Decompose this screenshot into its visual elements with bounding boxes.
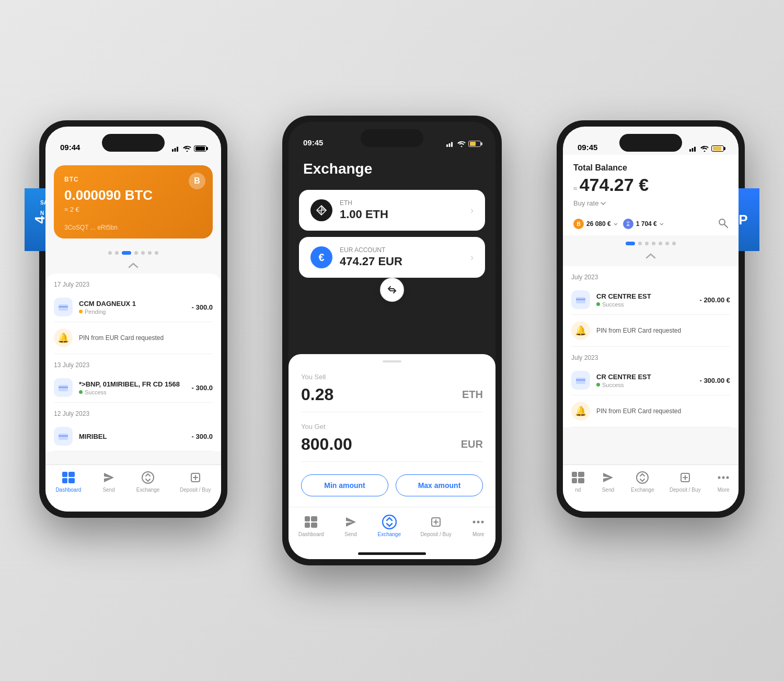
table-row-3[interactable]: MIRIBEL - 300.0	[54, 422, 213, 451]
crypto-prices-row: B 26 080 € Ξ 1 704 €	[563, 212, 739, 235]
right-dot-2	[638, 242, 642, 245]
right-dot-1	[626, 242, 635, 245]
svg-rect-12	[68, 478, 75, 483]
center-nav-label-dashboard: Dashboard	[298, 531, 324, 537]
dashboard-icon	[61, 470, 76, 485]
table-row[interactable]: *>BNP, 01MIRIBEL, FR CD 1568 Success - 3…	[54, 373, 213, 403]
right-nav-send[interactable]: Send	[601, 470, 615, 493]
center-nav-dashboard[interactable]: Dashboard	[298, 515, 324, 537]
right-content: Total Balance ≈ 474.27 € Buy rate	[563, 155, 739, 512]
right-dot-3	[645, 242, 649, 245]
svg-rect-6	[59, 387, 68, 388]
right-notif-text-2: PIN from EUR Card requested	[596, 407, 681, 416]
right-tx-icon-1	[571, 290, 590, 309]
min-amount-button[interactable]: Min amount	[301, 474, 388, 496]
right-dashboard-icon	[571, 470, 585, 485]
svg-point-52	[727, 476, 729, 479]
notification-item: 🔔 PIN from EUR Card requested	[54, 322, 213, 354]
center-status-icons	[446, 141, 481, 147]
nav-label-deposit: Deposit / Buy	[180, 487, 211, 493]
right-dot-6	[665, 242, 669, 245]
get-amount-row[interactable]: 800.00 EUR	[301, 435, 483, 462]
right-nav-label-nd: nd	[575, 487, 581, 493]
right-tx-status-1: Success	[596, 301, 693, 308]
eth-card[interactable]: ETH 1.00 ETH ›	[299, 190, 485, 231]
svg-point-50	[718, 476, 721, 479]
nav-send-left[interactable]: Send	[101, 470, 116, 493]
btc-card-amount: 0.000090 BTC	[64, 187, 202, 203]
max-amount-button[interactable]: Max amount	[396, 474, 483, 496]
dot-3	[122, 251, 131, 255]
center-nav-deposit[interactable]: Deposit / Buy	[420, 515, 451, 537]
right-status-dot-2	[596, 383, 600, 387]
left-status-icons	[172, 145, 206, 152]
nav-dashboard-left[interactable]: Dashboard	[55, 470, 81, 493]
sheet-handle[interactable]	[383, 360, 401, 362]
eth-price-chevron	[660, 223, 664, 225]
approx-symbol: ≈	[573, 184, 578, 192]
right-nav-deposit[interactable]: Deposit / Buy	[670, 470, 700, 493]
eth-chevron: ›	[470, 205, 474, 216]
svg-rect-17	[451, 142, 453, 147]
left-collapse-arrow[interactable]	[45, 259, 221, 271]
tx-info: CCM DAGNEUX 1 Pending	[79, 300, 186, 315]
eur-sub: EUR ACCOUNT	[340, 246, 402, 254]
svg-rect-11	[62, 478, 67, 483]
tx-date-3: 12 July 2023	[54, 403, 213, 422]
tx-name: CCM DAGNEUX 1	[79, 300, 186, 308]
tx-status-2: Success	[79, 389, 186, 395]
center-nav-send[interactable]: Send	[343, 515, 358, 537]
tx-name-3: MIRIBEL	[79, 433, 186, 440]
right-collapse-arrow[interactable]	[563, 249, 739, 262]
right-blue-card-number: P	[739, 212, 747, 228]
right-tx-icon-2	[571, 371, 590, 390]
right-nav-more[interactable]: More	[716, 470, 731, 493]
nav-label-exchange: Exchange	[136, 487, 159, 493]
scene: 4 SA N 09:44	[0, 0, 784, 681]
tx-info-3: MIRIBEL	[79, 433, 186, 440]
btc-price-chevron	[614, 223, 618, 225]
right-table-row-2[interactable]: CR CENTRE EST Success - 300.00 €	[571, 366, 730, 395]
get-amount: 800.00	[301, 435, 352, 454]
table-row[interactable]: CCM DAGNEUX 1 Pending - 300.0	[54, 292, 213, 322]
right-nav-nd[interactable]: nd	[571, 470, 585, 493]
right-battery-icon	[711, 145, 724, 152]
sa-label: SA	[40, 200, 48, 206]
center-nav-more[interactable]: More	[471, 515, 486, 537]
svg-rect-4	[59, 306, 68, 308]
right-wifi-icon	[700, 145, 709, 152]
buy-rate-row[interactable]: Buy rate	[573, 199, 728, 207]
btc-card[interactable]: BTC B 0.000090 BTC ≈ 2 € 3CoSQT ... eRt5…	[54, 165, 213, 239]
right-tx-name-2: CR CENTRE EST	[596, 373, 693, 381]
right-nav-exchange[interactable]: Exchange	[631, 470, 654, 493]
deposit-icon	[188, 470, 203, 485]
right-nav-label-deposit: Deposit / Buy	[670, 487, 700, 493]
tx-info-2: *>BNP, 01MIRIBEL, FR CD 1568 Success	[79, 380, 186, 395]
status-dot-2	[79, 390, 83, 394]
swap-button[interactable]	[380, 278, 404, 302]
buy-rate-label: Buy rate	[573, 199, 598, 207]
left-content: BTC B 0.000090 BTC ≈ 2 € 3CoSQT ... eRt5…	[45, 155, 221, 512]
eth-card-left: ETH 1.00 ETH	[310, 199, 388, 221]
eur-card[interactable]: € EUR ACCOUNT 474.27 EUR ›	[299, 237, 485, 278]
search-icon[interactable]	[718, 218, 728, 230]
center-send-icon	[343, 515, 358, 529]
right-dot-5	[659, 242, 662, 245]
tx-icon-3	[54, 427, 73, 446]
center-home-indicator	[358, 552, 426, 555]
sell-amount-row[interactable]: 0.28 ETH	[301, 385, 483, 412]
balance-row: ≈ 474.27 €	[573, 173, 649, 195]
get-currency: EUR	[461, 438, 483, 450]
right-transactions: July 2023 CR CENTRE EST Success -	[563, 266, 739, 427]
center-nav-exchange[interactable]: Exchange	[377, 515, 400, 537]
tx-amount-2: - 300.0	[192, 384, 213, 392]
right-nav-label-more: More	[718, 487, 730, 493]
nav-deposit-left[interactable]: Deposit / Buy	[180, 470, 211, 493]
center-dynamic-island	[361, 129, 423, 147]
nav-exchange-left[interactable]: Exchange	[136, 470, 159, 493]
btc-card-address: 3CoSQT ... eRt5bn	[64, 224, 202, 231]
btc-card-sub: ≈ 2 €	[64, 206, 202, 213]
right-tx-info-2: CR CENTRE EST Success	[596, 373, 693, 388]
eur-card-left: € EUR ACCOUNT 474.27 EUR	[310, 246, 402, 268]
right-table-row-1[interactable]: CR CENTRE EST Success - 200.00 €	[571, 285, 730, 315]
